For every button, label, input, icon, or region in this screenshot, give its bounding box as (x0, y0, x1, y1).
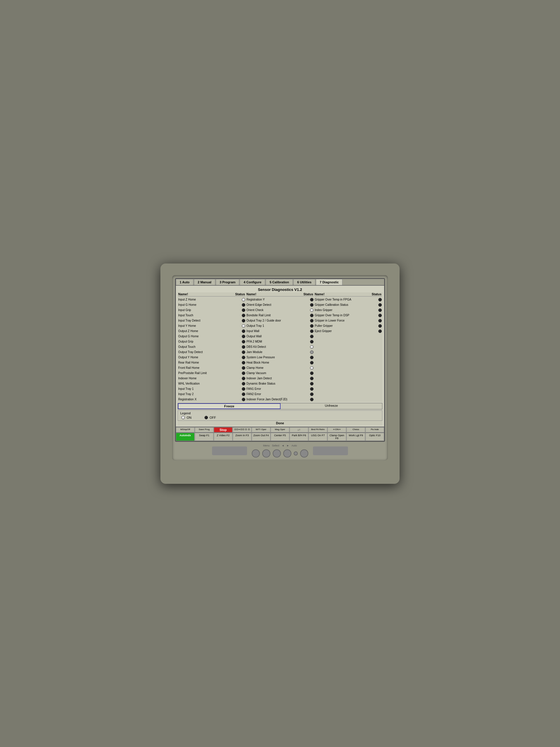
legend-items: ON OFF (180, 416, 380, 419)
sensor-row: Indexer Jam Detect (246, 376, 314, 381)
sensor-row: Registration X (178, 397, 245, 402)
base-btn-indicator (294, 452, 298, 456)
sensor-row: Gripper Calibration Status (315, 302, 382, 308)
base-btn-back[interactable] (273, 449, 281, 458)
toolbar-btn-zvideo-f2[interactable]: Z Video F2 (214, 433, 233, 441)
sensor-row: Heat Block Home (246, 360, 314, 365)
sensor-status-dot (242, 303, 245, 307)
sensor-row: Input Tray 2 (178, 392, 245, 397)
sensor-row: Index Gripper (315, 308, 382, 313)
sensor-name: Input Tray 2 (178, 392, 241, 396)
sensor-status-dot (310, 330, 314, 333)
sensor-name: Output Tray 2 / Guide door (246, 319, 309, 322)
toolbar-btn-chess[interactable]: Chess (347, 427, 365, 433)
sensor-row: Eject Gripper (315, 329, 382, 334)
legend-title: Legend (180, 412, 380, 415)
sensor-name: Output Tray 1 (246, 324, 309, 327)
freeze-button[interactable]: Freeze (178, 403, 281, 409)
sensor-status-dot (378, 308, 382, 312)
toolbar-top: MStopOff Save Prog Stop ⊡⊡⇔⊡⊡ ⊡ ⊡ W/T! O… (176, 427, 384, 433)
sensor-row: Output Touch (178, 344, 245, 350)
sensor-name: Indexer Jam Detect (246, 377, 309, 380)
sensor-row: Output Y Home (178, 355, 245, 360)
speaker-left (212, 446, 247, 455)
sensor-row: Clamp Home (246, 365, 314, 370)
sensor-status-dot (242, 324, 245, 328)
toolbar-btn-onoff[interactable]: ⇐ON⇒ (327, 427, 346, 433)
toolbar-btn-center-f5[interactable]: Center F5 (271, 433, 289, 441)
sensor-row: Indexer Home (178, 376, 245, 381)
page-title: Sensor Diagnostics V1.2 (178, 287, 382, 292)
toolbar-bottom: AutoIndx Swap F1 Z Video F2 Zoom In F3 Z… (176, 433, 384, 441)
toolbar-btn-zoomout-f4[interactable]: Zoom Out F4 (252, 433, 270, 441)
sensor-name: Heat Block Home (246, 361, 309, 364)
sensor-row: Input Y Home (178, 323, 245, 329)
toolbar-btn-autoidx[interactable]: AutoIndx (176, 433, 194, 441)
tab-6-utilities[interactable]: 6 Utilities (293, 279, 315, 285)
toolbar-btn-arrows[interactable]: ↓↑ (290, 427, 308, 433)
freeze-bar: Freeze Unfreeze (178, 403, 382, 409)
toolbar-btn-clamp-f8[interactable]: Clamp Open F8 (327, 433, 346, 441)
sensor-status-dot (310, 335, 314, 338)
sensor-status-dot (310, 356, 314, 359)
sensor-status-dot (310, 392, 314, 396)
sensor-status-dot (242, 371, 245, 375)
toolbar-btn-pa-inde[interactable]: Pa Inde (366, 427, 384, 433)
sensor-status-dot (310, 298, 314, 302)
col1-header-name: Name! (178, 292, 235, 296)
sensor-col-1: Name! Status Input Z HomeInput G HomeInp… (178, 292, 246, 402)
tab-2-manual[interactable]: 2 Manual (194, 279, 215, 285)
toolbar-btn-park-f6[interactable]: Park B/H F6 (290, 433, 308, 441)
sensor-row: Jam Module (246, 350, 314, 355)
sensor-name: Orient Check (246, 308, 309, 312)
toolbar-btn-wt-oper[interactable]: W/T! Oper (252, 427, 270, 433)
sensor-row: System Low Pressure (246, 355, 314, 360)
sensor-name: Output Z Home (178, 330, 241, 333)
toolbar-btn-mstopoff[interactable]: MStopOff (176, 427, 194, 433)
sensor-row: Dynamic Brake Status (246, 381, 314, 386)
sensor-name: Indexer Home (178, 377, 241, 380)
col3-sensors: Gripper Over Temp in FPGAGripper Calibra… (315, 297, 382, 334)
tab-bar: 1 Auto 2 Manual 3 Program 4 Configure 5 … (176, 279, 384, 286)
tab-3-program[interactable]: 3 Program (216, 279, 239, 285)
sensor-status-dot (242, 308, 245, 312)
toolbar-btn-save-prog[interactable]: Save Prog (195, 427, 213, 433)
base-btn-auto[interactable] (300, 449, 308, 458)
toolbar-btn-usg-f7[interactable]: USG On F7 (309, 433, 327, 441)
base-buttons-row (252, 449, 308, 458)
toolbar-btn-worklgt-f9[interactable]: Work Lgt F9 (347, 433, 365, 441)
sensor-status-dot (378, 303, 382, 307)
sensor-row: Gripper in Lower Force (315, 318, 382, 323)
base-btn-menu[interactable] (252, 449, 260, 458)
tab-5-calibration[interactable]: 5 Calibration (266, 279, 293, 285)
tab-4-configure[interactable]: 4 Configure (240, 279, 265, 285)
tab-1-auto[interactable]: 1 Auto (176, 279, 193, 285)
monitor-bezel: 1 Auto 2 Manual 3 Program 4 Configure 5 … (172, 275, 388, 460)
toolbar-btn-zoomin-f3[interactable]: Zoom In F3 (233, 433, 251, 441)
sensor-row: Front Rail Home (178, 365, 245, 370)
toolbar-btn-bnd-relm[interactable]: Bnd Fit Relm (309, 427, 327, 433)
sensor-name: Output Grip (178, 340, 241, 343)
toolbar-btn-optic-f10[interactable]: Optic F10 (366, 433, 384, 441)
toolbar-btn-swap-f1[interactable]: Swap F1 (195, 433, 213, 441)
sensor-status-dot (242, 398, 245, 401)
sensor-status-dot (242, 387, 245, 391)
sensor-name: WHL Verification (178, 382, 241, 385)
toolbar-btn-stop[interactable]: Stop (214, 427, 233, 433)
sensor-status-dot (378, 330, 382, 333)
legend-off: OFF (203, 416, 216, 419)
legend-on: ON (180, 416, 192, 419)
base-btn-forward[interactable] (283, 449, 291, 458)
sensor-name: FAN2 Error (246, 392, 309, 396)
toolbar-btn-mag-oper[interactable]: Mag Oper (271, 427, 289, 433)
sensor-status-dot (310, 314, 314, 317)
tab-7-diagnostic[interactable]: 7 Diagnostic (316, 279, 342, 285)
base-btn-select[interactable] (262, 449, 270, 458)
sensor-name: Gripper Over Temp in FPGA (315, 298, 377, 301)
col2-sensors: Registration YOrient Edge DetectOrient C… (246, 297, 314, 402)
unfreeze-button[interactable]: Unfreeze (281, 403, 382, 409)
sensor-row: Input Touch (178, 313, 245, 318)
toolbar-btn-diagram[interactable]: ⊡⊡⇔⊡⊡ ⊡ ⊡ (233, 427, 251, 433)
sensor-row: Gripper Over Temp in FPGA (315, 297, 382, 302)
sensor-row: Output Wall (246, 334, 314, 339)
